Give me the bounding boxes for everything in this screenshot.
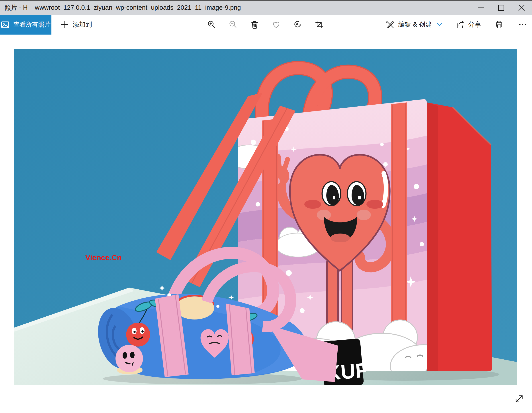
maximize-icon xyxy=(498,4,505,11)
zoom-in-button[interactable] xyxy=(207,18,216,31)
trash-icon xyxy=(250,20,259,29)
close-icon xyxy=(518,4,525,11)
toolbar: 查看所有照片 添加到 xyxy=(0,15,532,35)
crop-button[interactable] xyxy=(315,18,324,31)
cherry-character xyxy=(126,323,150,347)
share-label: 分享 xyxy=(468,20,481,29)
add-to-label: 添加到 xyxy=(73,20,92,29)
add-to-button[interactable]: 添加到 xyxy=(60,15,92,35)
edit-create-icon xyxy=(385,20,395,29)
view-all-photos-label: 查看所有照片 xyxy=(13,20,50,29)
photo-canvas: KUP xyxy=(0,35,532,413)
titlebar: 照片 - H__wwwroot_127.0.0.1_ziyuan_wp-cont… xyxy=(0,1,532,15)
print-icon xyxy=(495,20,504,29)
print-button[interactable] xyxy=(495,18,504,31)
minimize-icon xyxy=(477,4,484,11)
ellipsis-icon xyxy=(518,20,527,29)
maximize-button[interactable] xyxy=(491,1,511,15)
photo-gallery-icon xyxy=(1,20,9,29)
view-all-photos-button[interactable]: 查看所有照片 xyxy=(0,15,51,35)
pink-blob-character xyxy=(115,345,143,375)
plus-icon xyxy=(60,21,68,28)
favorite-button[interactable] xyxy=(272,18,281,31)
delete-button[interactable] xyxy=(250,18,259,31)
right-tools: 编辑 & 创建 分享 xyxy=(385,15,532,35)
heart-icon xyxy=(272,20,281,29)
chevron-down-icon xyxy=(437,22,442,27)
zoom-out-button[interactable] xyxy=(229,18,238,31)
center-tools xyxy=(207,15,324,35)
rotate-button[interactable] xyxy=(293,18,302,31)
window-controls xyxy=(471,1,532,15)
minimize-button[interactable] xyxy=(471,1,491,15)
photo-image[interactable]: KUP xyxy=(14,49,517,385)
edit-create-label: 编辑 & 创建 xyxy=(398,20,432,29)
see-more-button[interactable] xyxy=(518,18,527,31)
edit-create-button[interactable]: 编辑 & 创建 xyxy=(385,20,442,29)
close-button[interactable] xyxy=(511,1,532,15)
bag-side-panel xyxy=(427,102,492,371)
rotate-icon xyxy=(293,20,302,29)
zoom-in-icon xyxy=(207,20,216,29)
share-icon xyxy=(455,20,465,29)
zoom-out-icon xyxy=(229,20,238,29)
expand-fullscreen-button[interactable] xyxy=(513,392,526,405)
photo-illustration: KUP xyxy=(14,49,517,385)
window-title: 照片 - H__wwwroot_127.0.0.1_ziyuan_wp-cont… xyxy=(0,3,241,12)
watermark-text: Vience.Cn xyxy=(85,253,122,262)
share-button[interactable]: 分享 xyxy=(455,20,481,29)
crop-icon xyxy=(315,20,324,29)
expand-icon xyxy=(514,393,524,404)
